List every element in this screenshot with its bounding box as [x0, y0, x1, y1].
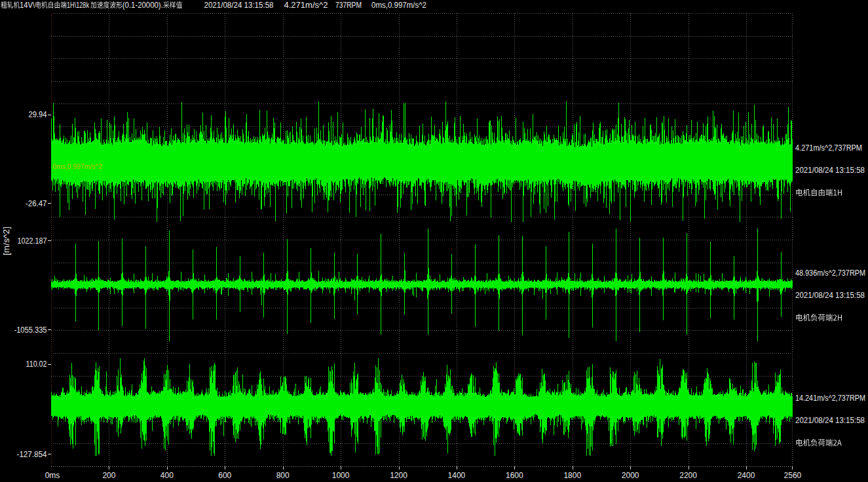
svg-text:800: 800	[276, 471, 290, 480]
svg-text:2021/08/24 13:15:58: 2021/08/24 13:15:58	[795, 416, 865, 425]
svg-text:2560: 2560	[784, 471, 802, 480]
svg-text:4.271m/s^2: 4.271m/s^2	[284, 1, 328, 10]
svg-text:29.94: 29.94	[29, 110, 47, 119]
svg-text:200: 200	[102, 471, 115, 480]
svg-text:2021/08/24 13:15:58: 2021/08/24 13:15:58	[795, 291, 865, 300]
svg-text:1800: 1800	[563, 471, 581, 480]
svg-text:1200: 1200	[390, 471, 407, 480]
svg-text:48.936m/s^2,737RPM: 48.936m/s^2,737RPM	[795, 269, 865, 278]
svg-text:600: 600	[218, 471, 231, 480]
svg-text:2021/08/24 13:15:58: 2021/08/24 13:15:58	[795, 166, 865, 175]
svg-text:1000: 1000	[332, 471, 350, 480]
svg-text:(0.1-20000).: (0.1-20000).	[123, 1, 163, 10]
svg-text:400: 400	[160, 471, 174, 480]
svg-text:2200: 2200	[679, 471, 697, 480]
svg-text:1H\128k: 1H\128k	[67, 1, 90, 10]
svg-text:737RPM: 737RPM	[335, 1, 362, 10]
svg-text:-26.47: -26.47	[26, 199, 47, 208]
svg-text:110.02: 110.02	[26, 360, 47, 369]
svg-text:0ms: 0ms	[45, 471, 60, 480]
svg-text:4.271m/s^2,737RPM: 4.271m/s^2,737RPM	[795, 143, 862, 153]
svg-text:1600: 1600	[506, 471, 523, 480]
svg-text:-127.854: -127.854	[17, 450, 47, 459]
svg-text:[m/s^2]: [m/s^2]	[2, 227, 11, 255]
svg-text:14.241m/s^2,737RPM: 14.241m/s^2,737RPM	[795, 394, 865, 403]
svg-text:2400: 2400	[738, 471, 755, 480]
svg-text:2021/08/24 13:15:58: 2021/08/24 13:15:58	[204, 1, 274, 10]
svg-text:2000: 2000	[622, 471, 639, 480]
svg-text:14V\: 14V\	[20, 1, 35, 10]
svg-text:1400: 1400	[448, 471, 466, 480]
svg-text:1022.187: 1022.187	[18, 236, 47, 246]
svg-text:-1055.335: -1055.335	[14, 325, 47, 335]
svg-text:0ms,0.997m/s^2: 0ms,0.997m/s^2	[52, 162, 102, 170]
svg-text:0ms,0.997m/s^2: 0ms,0.997m/s^2	[371, 1, 426, 10]
